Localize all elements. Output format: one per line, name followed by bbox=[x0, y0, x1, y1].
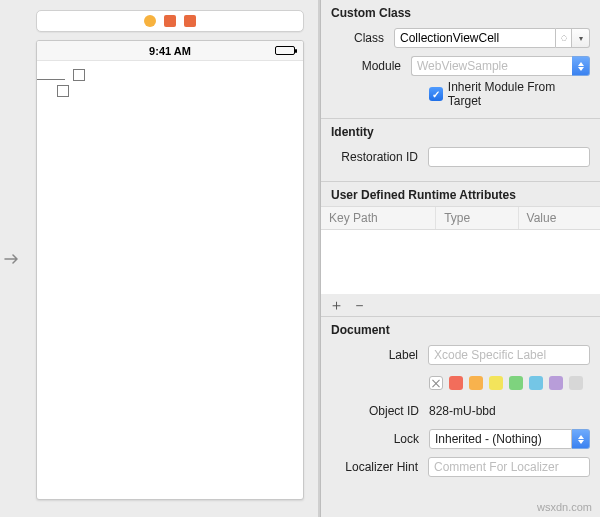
section-heading: Custom Class bbox=[321, 0, 600, 24]
lock-select[interactable]: Inherited - (Nothing) bbox=[429, 429, 590, 449]
navigate-prev-arrow[interactable] bbox=[0, 0, 22, 517]
add-button[interactable]: ＋ bbox=[329, 296, 344, 315]
localizer-row: Localizer Hint bbox=[327, 455, 590, 479]
battery-icon bbox=[275, 46, 295, 55]
doclabel-label: Label bbox=[327, 348, 422, 362]
lock-value: Inherited - (Nothing) bbox=[435, 432, 542, 446]
objectid-value: 828-mU-bbd bbox=[429, 404, 496, 418]
class-clear-icon[interactable]: ◌ bbox=[556, 28, 572, 48]
doclabel-input[interactable] bbox=[428, 345, 590, 365]
col-type[interactable]: Type bbox=[436, 207, 518, 229]
restoration-input[interactable] bbox=[428, 147, 590, 167]
module-input[interactable] bbox=[411, 56, 572, 76]
swatch-color[interactable] bbox=[569, 376, 583, 390]
color-swatches bbox=[429, 376, 590, 390]
section-custom-class: Custom Class Class ◌ ▾ Module bbox=[321, 0, 600, 118]
stop-icon[interactable] bbox=[184, 15, 196, 27]
inherit-checkbox[interactable]: ✓ bbox=[429, 87, 443, 101]
swatch-color[interactable] bbox=[549, 376, 563, 390]
section-identity: Identity Restoration ID bbox=[321, 118, 600, 181]
udra-table-header: Key Path Type Value bbox=[321, 206, 600, 230]
section-heading: User Defined Runtime Attributes bbox=[321, 182, 600, 206]
lock-label: Lock bbox=[327, 432, 423, 446]
swatch-row bbox=[327, 371, 590, 395]
device-statusbar: 9:41 AM bbox=[37, 41, 303, 61]
chevron-down-icon[interactable]: ▾ bbox=[572, 28, 590, 48]
class-input[interactable] bbox=[394, 28, 556, 48]
section-heading: Identity bbox=[321, 119, 600, 143]
objectid-row: Object ID 828-mU-bbd bbox=[327, 399, 590, 423]
class-label: Class bbox=[327, 31, 388, 45]
section-udra: User Defined Runtime Attributes Key Path… bbox=[321, 181, 600, 316]
cube-icon[interactable] bbox=[164, 15, 176, 27]
layout-connector bbox=[37, 79, 65, 80]
section-heading: Document bbox=[321, 317, 600, 341]
canvas-config-chip[interactable] bbox=[36, 10, 304, 32]
collection-cell-placeholder[interactable] bbox=[57, 85, 69, 97]
swatch-color[interactable] bbox=[489, 376, 503, 390]
swatch-color[interactable] bbox=[469, 376, 483, 390]
inherit-row: ✓ Inherit Module From Target bbox=[327, 82, 590, 106]
sun-icon[interactable] bbox=[144, 15, 156, 27]
collection-cell-placeholder[interactable] bbox=[73, 69, 85, 81]
udra-table-body[interactable] bbox=[321, 230, 600, 294]
module-combo[interactable] bbox=[411, 56, 590, 76]
restoration-label: Restoration ID bbox=[327, 150, 422, 164]
device-frame: 9:41 AM bbox=[36, 40, 304, 500]
udra-footer: ＋ － bbox=[321, 294, 600, 316]
class-combo[interactable]: ◌ ▾ bbox=[394, 28, 590, 48]
label-row: Label bbox=[327, 343, 590, 367]
objectid-label: Object ID bbox=[327, 404, 423, 418]
restoration-row: Restoration ID bbox=[327, 145, 590, 169]
module-label: Module bbox=[327, 59, 405, 73]
swatch-color[interactable] bbox=[449, 376, 463, 390]
locahint-input[interactable] bbox=[428, 457, 590, 477]
inspector-pane: Custom Class Class ◌ ▾ Module bbox=[320, 0, 600, 517]
watermark: wsxdn.com bbox=[537, 501, 592, 513]
module-row: Module bbox=[327, 54, 590, 78]
col-keypath[interactable]: Key Path bbox=[321, 207, 436, 229]
remove-button[interactable]: － bbox=[352, 296, 367, 315]
chevron-updown-icon[interactable] bbox=[572, 56, 590, 76]
inherit-label: Inherit Module From Target bbox=[448, 80, 590, 108]
col-value[interactable]: Value bbox=[519, 207, 600, 229]
status-time: 9:41 AM bbox=[149, 45, 191, 57]
lock-row: Lock Inherited - (Nothing) bbox=[327, 427, 590, 451]
canvas-pane: 9:41 AM bbox=[22, 0, 318, 517]
class-row: Class ◌ ▾ bbox=[327, 26, 590, 50]
locahint-label: Localizer Hint bbox=[327, 460, 422, 474]
swatch-none[interactable] bbox=[429, 376, 443, 390]
section-document: Document Label Object ID 828-mU-bbd Lock bbox=[321, 316, 600, 517]
chevron-updown-icon[interactable] bbox=[572, 429, 590, 449]
swatch-color[interactable] bbox=[529, 376, 543, 390]
root: 9:41 AM Custom Class Class ◌ ▾ bbox=[0, 0, 600, 517]
swatch-color[interactable] bbox=[509, 376, 523, 390]
